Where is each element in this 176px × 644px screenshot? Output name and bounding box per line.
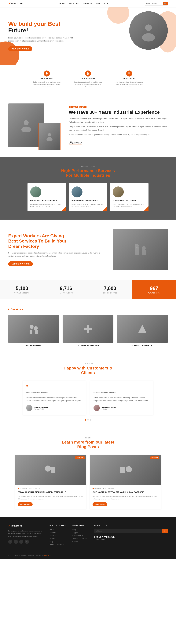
stat-projects-label: TOTAL PROJECTS	[3, 292, 41, 294]
footer-link-blog[interactable]: Blog	[50, 541, 66, 542]
dream-image	[113, 229, 168, 270]
testimonial-author-1: Alexander sakura Scientist	[93, 405, 150, 411]
svg-marker-16	[138, 325, 146, 333]
nav-home[interactable]: Home	[60, 2, 65, 5]
blog-post-0: TRENDING TRENDING ♥ 41 07/05/2021 SED QU…	[15, 455, 86, 509]
service-card-industrial: INDUSTRIAL CONSTRUCTION Dinucs litum ips…	[28, 183, 66, 211]
stat-clients-number: 9,716	[47, 286, 85, 291]
testimonial-quote-0: Pellen tesque libero ut justo	[26, 391, 83, 394]
footer-newsletter: Newsletter ➤ Give Us a free call: +1 234…	[94, 524, 168, 547]
author-name-0: Johnson William	[34, 406, 48, 408]
svg-point-11	[34, 326, 38, 330]
testimonial-author-0: Johnson William Manager/CEO	[26, 405, 83, 411]
feature-how-title: HOW WE WORK	[81, 78, 95, 80]
dream-description: Sed ut perspiciatis unde omnis iste natu…	[8, 252, 104, 258]
service-card-desc-1: Dinucs litum ipsum Dinucs ef Belni el, L…	[72, 203, 104, 208]
free-call: Give Us a free call: +1 234 567 890	[94, 536, 168, 541]
author-role-0: Manager/CEO	[34, 408, 48, 410]
footer-info-terms[interactable]: Terms & Conditions	[72, 538, 87, 540]
about-body1: Lorem ipsum viverra feugiat. Pellen tesq…	[69, 117, 168, 124]
services-label-text: Services	[11, 308, 23, 311]
stat-awards-number: 967	[135, 286, 173, 291]
feature-how-we-work: HOW WE WORK Sed ut perspiciatis unde omn…	[73, 70, 103, 88]
blog-likes-0: ♥ 41	[29, 488, 32, 489]
linkedin-icon[interactable]: li	[25, 540, 29, 544]
blog-category-0: TRENDING	[18, 488, 27, 489]
quote-mark-0: "	[26, 384, 83, 390]
hero-cta-button[interactable]: View our Works	[8, 46, 32, 52]
author-avatar-1	[93, 405, 100, 411]
newsletter-email-input[interactable]	[94, 528, 162, 533]
facebook-icon[interactable]: f	[8, 540, 12, 544]
newsletter-submit-button[interactable]: ➤	[162, 528, 168, 533]
svg-point-9	[142, 246, 146, 250]
svg-point-22	[93, 488, 94, 489]
services-dark-section: OUR SERVICES High Performance Services F…	[0, 157, 176, 220]
feature-what-desc: Sed ut perspiciatis unde omnis iste natu…	[114, 81, 144, 88]
logo-text: Industries	[11, 2, 23, 5]
author-role-1: Scientist	[101, 408, 116, 410]
footer-link-terms[interactable]: Terms & Conditions	[50, 544, 66, 546]
footer-designer-link[interactable]: WebGuru	[44, 554, 51, 556]
search-input[interactable]	[145, 2, 163, 5]
about-title: We Have 30+ Years Industrial Experience	[69, 109, 168, 115]
dot-3[interactable]	[90, 419, 91, 420]
stat-coffee-number: 7,600	[91, 286, 129, 291]
nav-about[interactable]: About Us	[69, 2, 79, 5]
nav-services[interactable]: Services	[83, 2, 92, 5]
who-we-are-icon	[44, 70, 50, 76]
svg-point-2	[24, 120, 29, 125]
dot-1[interactable]	[85, 419, 86, 420]
header: ✕ Industries Home About Us Services Cont…	[0, 0, 176, 7]
hero-description: Lorem ipsum dolor consectetur adipiscing…	[8, 36, 77, 42]
service-card-img-electronic	[113, 186, 124, 198]
blog-title: Learn more from our latest Blog Posts	[8, 440, 168, 449]
services-section-label: OUR SERVICES	[8, 165, 168, 167]
footer-info-privacy[interactable]: Privacy Policy	[72, 535, 87, 536]
footer-info-support[interactable]: Support	[72, 532, 87, 534]
feature-what-we-do: WHAT WE DO Sed ut perspiciatis unde omni…	[114, 70, 144, 88]
footer-link-home[interactable]: Home	[50, 528, 66, 530]
blog-meta-0: TRENDING ♥ 41 07/05/2021	[18, 488, 83, 489]
instagram-icon[interactable]: in	[19, 540, 23, 544]
hero-title: We build your Best Future!	[8, 20, 77, 34]
footer-link-projects[interactable]: Projects	[50, 538, 66, 540]
service-chemical-img	[117, 315, 168, 343]
svg-rect-13	[35, 330, 38, 334]
about-body2: Semper at tempusm. Lorem ipsum viverra f…	[69, 125, 168, 132]
twitter-icon[interactable]: t	[14, 540, 18, 544]
stats-bar: 5,100 TOTAL PROJECTS 9,716 HAPPY CLIENTS…	[0, 280, 176, 299]
svg-point-17	[45, 466, 51, 472]
stat-coffee: 7,600 CUP OF COFFEE	[88, 280, 132, 299]
feature-who-desc: Sed ut perspiciatis unde omnis iste natu…	[32, 81, 62, 88]
blog-read-more-1[interactable]: Read More	[93, 502, 107, 506]
blog-post-excerpt-0: Lorem ipsum dolor sit amet consectetur a…	[18, 495, 83, 500]
footer-link-about[interactable]: About Us	[50, 532, 66, 534]
logo[interactable]: ✕ Industries	[8, 2, 23, 5]
footer-grid: ✕ Industries Lorem ipsum dolor sit amet …	[8, 524, 168, 547]
blog-img-0: TRENDING	[15, 455, 86, 485]
blog-read-more-0[interactable]: Read More	[18, 502, 33, 506]
dream-img-box	[113, 229, 168, 270]
service-oil-img	[63, 315, 114, 343]
footer-logo: ✕ Industries	[8, 524, 43, 528]
footer-bottom: © 2021 Industries. All Rights Reserved. …	[8, 552, 168, 556]
stat-awards: 967 AWARDS WON	[132, 280, 176, 299]
footer-link-services[interactable]: Services	[50, 535, 66, 536]
footer-info-faq[interactable]: FAQ	[72, 528, 87, 530]
footer-info-contact[interactable]: Contact	[72, 541, 87, 542]
testimonials-section: FEEDBACK Happy with Customers & Clients …	[0, 355, 176, 429]
search-button[interactable]: 🔍	[163, 2, 167, 5]
author-info-0: Johnson William Manager/CEO	[34, 406, 48, 410]
testimonial-body-1: Lorem ipsum dolor sit amet consectetur a…	[93, 396, 150, 402]
about-body3: At vero eos et accusam. Lorem ipsum vive…	[69, 133, 168, 136]
nav-contact[interactable]: Contact Us	[96, 2, 108, 5]
service-card-desc-2: Dinucs litum ipsum Dinucs ef Belni el, L…	[113, 203, 146, 208]
dot-2[interactable]	[87, 419, 89, 420]
service-card-title-1: MECHANICAL ENGINEERING	[72, 200, 104, 202]
service-civil-img	[8, 315, 59, 343]
svg-point-4	[48, 133, 51, 136]
testimonial-body-0: Lorem ipsum dolor sit amet consectetur a…	[26, 396, 83, 402]
footer-useful-links-list: Home About Us Services Projects Blog Ter…	[50, 528, 66, 546]
dream-cta-button[interactable]: Let's Know More	[8, 261, 33, 266]
